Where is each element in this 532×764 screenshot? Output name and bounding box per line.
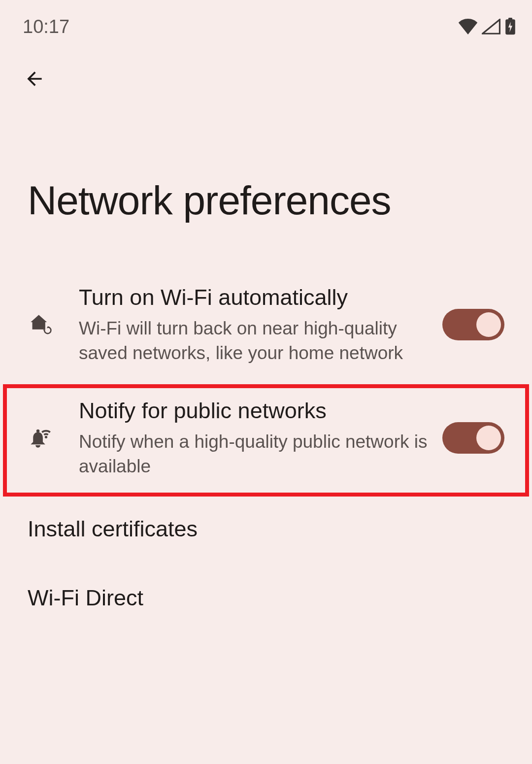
setting-install-certificates[interactable]: Install certificates bbox=[0, 495, 532, 564]
home-refresh-icon bbox=[28, 312, 53, 337]
wifi-status-icon bbox=[458, 19, 478, 34]
setting-install-certificates-title: Install certificates bbox=[28, 516, 198, 542]
setting-notify-public-title: Notify for public networks bbox=[79, 397, 431, 425]
svg-point-3 bbox=[36, 430, 40, 433]
page-title: Network preferences bbox=[28, 177, 532, 224]
svg-point-2 bbox=[45, 436, 47, 438]
setting-notify-public-subtitle: Notify when a high-quality public networ… bbox=[79, 430, 431, 479]
setting-wifi-direct-title: Wi-Fi Direct bbox=[28, 585, 143, 611]
status-time: 10:17 bbox=[23, 16, 69, 37]
toggle-auto-wifi[interactable] bbox=[442, 309, 504, 340]
battery-status-icon bbox=[504, 18, 516, 35]
status-icons bbox=[458, 18, 516, 35]
bell-wifi-icon bbox=[28, 425, 53, 451]
arrow-left-icon bbox=[24, 68, 45, 90]
toggle-knob bbox=[476, 312, 501, 337]
settings-list: Turn on Wi-Fi automatically Wi-Fi will t… bbox=[0, 268, 532, 632]
back-button[interactable] bbox=[20, 64, 49, 94]
setting-auto-wifi-subtitle: Wi-Fi will turn back on near high-qualit… bbox=[79, 316, 431, 365]
signal-status-icon bbox=[482, 19, 500, 34]
setting-notify-public[interactable]: Notify for public networks Notify when a… bbox=[0, 381, 532, 495]
toggle-notify-public[interactable] bbox=[442, 422, 504, 454]
setting-wifi-direct[interactable]: Wi-Fi Direct bbox=[0, 564, 532, 632]
setting-auto-wifi-text: Turn on Wi-Fi automatically Wi-Fi will t… bbox=[79, 284, 442, 365]
setting-auto-wifi-title: Turn on Wi-Fi automatically bbox=[79, 284, 431, 311]
svg-rect-1 bbox=[508, 18, 512, 20]
setting-notify-public-text: Notify for public networks Notify when a… bbox=[79, 397, 442, 479]
setting-auto-wifi[interactable]: Turn on Wi-Fi automatically Wi-Fi will t… bbox=[0, 268, 532, 381]
toggle-knob bbox=[476, 426, 501, 450]
status-bar: 10:17 bbox=[0, 0, 532, 39]
